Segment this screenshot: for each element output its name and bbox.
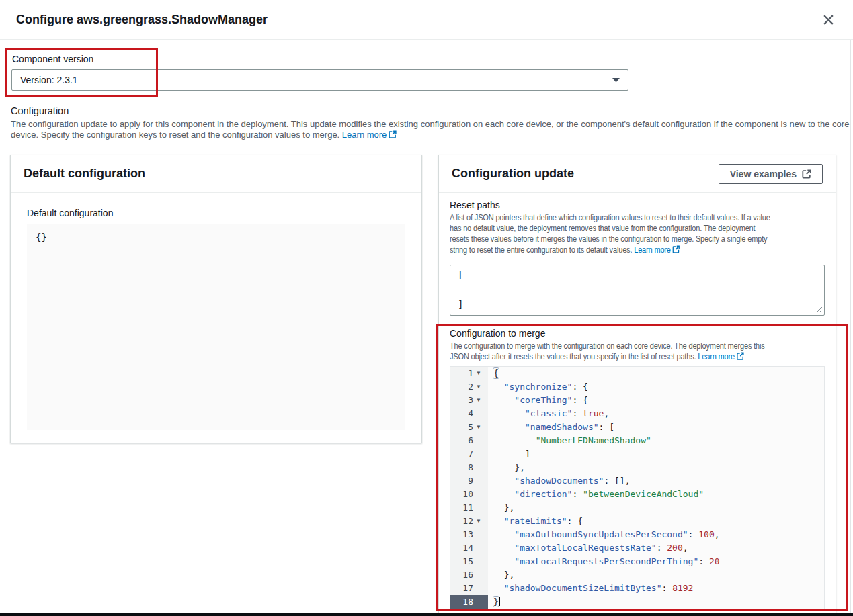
editor-line-14[interactable]: 14 "maxTotalLocalRequestsRate": 200, [450, 541, 824, 555]
editor-gutter: 18 [450, 595, 488, 609]
configuration-update-card: Configuration update View examples Reset… [438, 155, 836, 616]
editor-line-content: { [488, 367, 499, 380]
line-number: 13 [450, 528, 473, 541]
learn-more-link[interactable]: Learn more [634, 245, 671, 255]
editor-line-11[interactable]: 11 }, [450, 501, 824, 515]
configuration-heading: Configuration [11, 105, 69, 116]
editor-gutter: 10 [450, 488, 488, 501]
editor-line-10[interactable]: 10 "direction": "betweenDeviceAndCloud" [450, 488, 824, 501]
editor-line-content: "classic": true, [488, 407, 609, 421]
close-icon [823, 17, 834, 28]
line-number: 18 [450, 595, 473, 609]
editor-line-content: "maxLocalRequestsPerSecondPerThing": 20 [488, 555, 720, 568]
editor-line-16[interactable]: 16 }, [450, 568, 824, 582]
reset-paths-description: A list of JSON pointers that define whic… [450, 212, 825, 255]
editor-line-content: "namedShadows": [ [488, 421, 614, 434]
component-version-label: Component version [12, 54, 93, 64]
editor-line-content: }, [488, 568, 514, 582]
close-button[interactable] [820, 11, 837, 28]
editor-gutter: 17 [450, 582, 488, 595]
line-number: 6 [450, 434, 473, 447]
default-configuration-card: Default configuration Default configurat… [10, 155, 422, 443]
line-number: 8 [450, 461, 473, 474]
editor-line-3[interactable]: 3▼ "coreThing": { [450, 394, 824, 407]
editor-line-content: ] [488, 447, 530, 461]
configuration-description: The configuration update to apply for th… [11, 119, 838, 140]
external-link-icon [389, 130, 397, 138]
line-number: 11 [450, 501, 473, 515]
editor-line-6[interactable]: 6 "NumberLEDNamedShadow" [450, 434, 824, 447]
external-link-icon [802, 169, 811, 179]
editor-line-13[interactable]: 13 "maxOutboundSyncUpdatesPerSecond": 10… [450, 528, 824, 541]
reset-paths-input[interactable] [450, 265, 825, 316]
editor-gutter: 1▼ [450, 367, 488, 380]
reset-paths-input-wrap [450, 265, 825, 316]
line-number: 5 [450, 421, 473, 434]
default-configuration-card-body: Default configuration {} [11, 193, 421, 445]
editor-gutter: 9 [450, 474, 488, 488]
line-number: 15 [450, 555, 473, 568]
line-number: 16 [450, 568, 473, 582]
fold-toggle-icon[interactable]: ▼ [473, 367, 484, 380]
editor-gutter: 16 [450, 568, 488, 582]
chevron-down-icon [612, 78, 620, 83]
fold-toggle-icon[interactable]: ▼ [473, 380, 484, 394]
editor-line-8[interactable]: 8 }, [450, 461, 824, 474]
editor-line-content: "rateLimits": { [488, 515, 583, 528]
editor-line-4[interactable]: 4 "classic": true, [450, 407, 824, 421]
editor-line-content: "NumberLEDNamedShadow" [488, 434, 651, 447]
line-number: 1 [450, 367, 473, 380]
view-examples-button[interactable]: View examples [719, 164, 823, 184]
editor-line-content: "coreThing": { [488, 394, 588, 407]
text-cursor [499, 597, 500, 606]
editor-line-content: "maxTotalLocalRequestsRate": 200, [488, 541, 688, 555]
editor-line-15[interactable]: 15 "maxLocalRequestsPerSecondPerThing": … [450, 555, 824, 568]
editor-line-1[interactable]: 1▼{ [450, 367, 824, 380]
json-editor[interactable]: 1▼{2▼ "synchronize": {3▼ "coreThing": {4… [450, 366, 825, 609]
fold-toggle-icon[interactable]: ▼ [473, 515, 484, 528]
editor-line-content: "synchronize": { [488, 380, 588, 394]
external-link-icon [737, 352, 744, 360]
fold-toggle-icon[interactable]: ▼ [473, 421, 484, 434]
line-number: 12 [450, 515, 473, 528]
editor-line-18[interactable]: 18} [450, 595, 824, 609]
modal-title: Configure aws.greengrass.ShadowManager [16, 13, 268, 27]
configuration-update-card-header: Configuration update View examples [439, 155, 836, 193]
editor-line-12[interactable]: 12▼ "rateLimits": { [450, 515, 824, 528]
line-number: 9 [450, 474, 473, 488]
component-version-select[interactable]: Version: 2.3.1 [11, 69, 628, 91]
configure-component-modal: Configure aws.greengrass.ShadowManager C… [0, 0, 853, 616]
editor-line-5[interactable]: 5▼ "namedShadows": [ [450, 421, 824, 434]
editor-line-17[interactable]: 17 "shadowDocumentSizeLimitBytes": 8192 [450, 582, 824, 595]
editor-line-content: "direction": "betweenDeviceAndCloud" [488, 488, 704, 501]
learn-more-link[interactable]: Learn more [698, 352, 735, 361]
configuration-update-card-body: Reset paths A list of JSON pointers that… [439, 193, 836, 616]
editor-gutter: 14 [450, 541, 488, 555]
fold-toggle-icon[interactable]: ▼ [473, 394, 484, 407]
editor-line-7[interactable]: 7 ] [450, 447, 824, 461]
configuration-description-line: The configuration update to apply for th… [11, 119, 838, 130]
editor-gutter: 15 [450, 555, 488, 568]
default-configuration-value: {} [27, 224, 405, 430]
default-configuration-card-header: Default configuration [11, 155, 421, 193]
bottom-edge-bar [0, 613, 853, 616]
component-version-value: Version: 2.3.1 [20, 75, 78, 85]
reset-paths-label: Reset paths [450, 200, 825, 210]
configuration-description-line: device. Specify the configuration keys t… [11, 130, 838, 140]
editor-line-9[interactable]: 9 "shadowDocuments": [], [450, 474, 824, 488]
editor-gutter: 4 [450, 407, 488, 421]
editor-gutter: 7 [450, 447, 488, 461]
editor-line-content: }, [488, 461, 525, 474]
editor-gutter: 2▼ [450, 380, 488, 394]
editor-gutter: 11 [450, 501, 488, 515]
line-number: 10 [450, 488, 473, 501]
editor-gutter: 8 [450, 461, 488, 474]
editor-line-content: }, [488, 501, 514, 515]
learn-more-link[interactable]: Learn more [342, 130, 387, 140]
default-configuration-card-title: Default configuration [24, 167, 145, 181]
editor-line-2[interactable]: 2▼ "synchronize": { [450, 380, 824, 394]
line-number: 4 [450, 407, 473, 421]
editor-line-content: "shadowDocuments": [], [488, 474, 631, 488]
editor-gutter: 3▼ [450, 394, 488, 407]
right-edge-divider [850, 40, 851, 613]
